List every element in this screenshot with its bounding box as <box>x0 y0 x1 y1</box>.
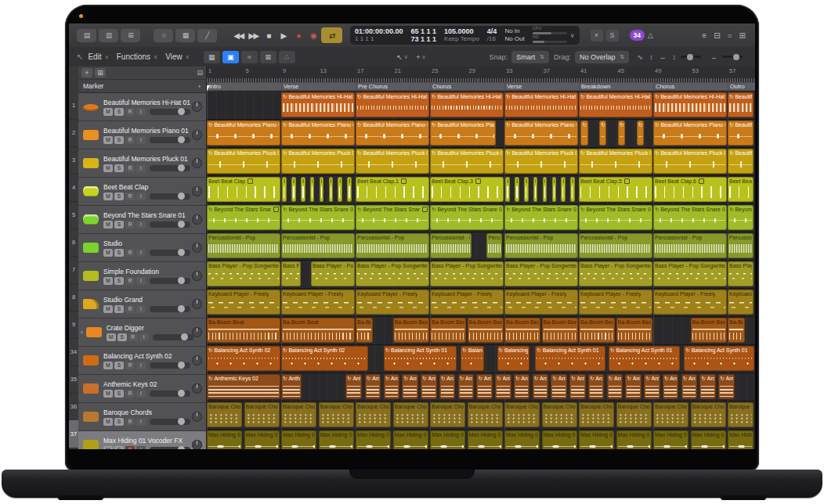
region[interactable]: ↻Balancing Act Synth 01 <box>497 346 529 371</box>
library-toggle-icon[interactable]: ▤ <box>77 29 96 42</box>
region[interactable]: ↻Be <box>637 121 644 146</box>
region[interactable]: Max Hiding 01 Vocoder FX <box>468 430 503 449</box>
region[interactable]: Ba-Boom Beat <box>281 318 355 343</box>
region[interactable]: ↻Beautiful Memories Pluck 02 <box>356 149 429 174</box>
solo-button[interactable]: S <box>114 277 124 285</box>
master-solo-button[interactable]: S <box>606 30 619 41</box>
mute-button[interactable]: M <box>103 193 113 200</box>
region[interactable]: ↻Beyond The Stars Snare 01.1 <box>281 205 355 230</box>
volume-knob[interactable] <box>178 390 185 397</box>
mute-button[interactable]: M <box>103 277 113 285</box>
solo-button[interactable]: S <box>114 390 124 398</box>
volume-knob[interactable] <box>181 333 188 340</box>
mute-button[interactable]: M <box>103 136 113 144</box>
region[interactable]: Beet Beat Clap.1 <box>356 177 429 202</box>
loop-browser-icon[interactable]: ○ <box>728 31 732 40</box>
region[interactable]: Ba-Boom Beat <box>207 318 280 343</box>
menu-functions[interactable]: Functions∨ <box>117 52 157 61</box>
track-header-8[interactable]: Studio GrandMSRI <box>78 290 206 319</box>
region[interactable]: Baroque Chords <box>728 402 754 427</box>
solo-button[interactable]: S <box>114 193 124 200</box>
region[interactable]: ↻Beautiful Memories Piano 02 <box>356 121 429 146</box>
region[interactable]: Ba-Boom Beat <box>728 318 745 343</box>
record-enable-button[interactable]: R <box>125 249 135 257</box>
region[interactable]: Baroque Chords <box>504 402 540 427</box>
pan-knob[interactable] <box>192 327 202 337</box>
stretch-icon[interactable]: ∴ <box>279 51 295 63</box>
global-add-icon[interactable]: + <box>197 83 201 90</box>
region[interactable]: B <box>329 177 334 202</box>
volume-slider[interactable] <box>150 391 190 397</box>
list-editors-icon[interactable]: ≡ <box>702 31 707 40</box>
master-mute-button[interactable]: × <box>591 30 603 41</box>
track-header-36[interactable]: Baroque ChordsMSRI <box>78 403 206 431</box>
region[interactable]: Keyboard Player - Freely <box>653 290 727 315</box>
region[interactable]: ↻Anthemic Keys 02 <box>625 374 641 399</box>
mute-button[interactable]: M <box>103 249 113 257</box>
input-monitor-button[interactable]: I <box>136 277 146 285</box>
region[interactable]: ↻Beautiful Memories Hi-Hat 03.1 <box>281 92 355 117</box>
region[interactable]: B <box>347 177 352 202</box>
input-monitor-button[interactable]: I <box>136 221 146 229</box>
region[interactable]: ↻Beautiful Memories Piano 01.1 <box>281 121 355 146</box>
region[interactable]: Percussionist - Pop <box>356 233 429 258</box>
notification-badge[interactable]: 34 <box>630 30 645 41</box>
region[interactable]: B <box>533 177 538 202</box>
pan-knob[interactable] <box>192 355 202 365</box>
input-monitor-button[interactable]: I <box>139 333 149 341</box>
mute-button[interactable]: M <box>103 108 113 116</box>
region[interactable]: ↻Anthemic Keys 02 <box>439 374 455 399</box>
region[interactable]: ↻Balancing Act Synth 02 <box>207 346 280 371</box>
track-header-4[interactable]: Beet Beat ClapMSRI <box>78 178 206 206</box>
input-monitor-button[interactable]: I <box>136 390 146 398</box>
region[interactable]: B <box>338 177 342 202</box>
region[interactable]: ↻Beautiful Memories Piano 02.2 <box>504 121 578 146</box>
menu-view[interactable]: View∨ <box>165 52 190 61</box>
volume-slider[interactable] <box>150 278 190 284</box>
volume-slider[interactable] <box>153 334 193 340</box>
region[interactable]: Bass Player - Pop Songwriter <box>430 261 504 286</box>
input-monitor-button[interactable]: I <box>136 305 146 313</box>
region[interactable]: Baroque Chords <box>579 402 614 427</box>
lcd-chevron-icon[interactable]: ∨ <box>570 32 575 39</box>
record-enable-button[interactable]: R <box>125 418 135 426</box>
region[interactable]: ↻Beautiful Memories Hi-Hat 03.2 <box>653 92 727 117</box>
region[interactable]: Percussionist - Pop <box>486 233 502 258</box>
pan-knob[interactable] <box>192 186 202 196</box>
mute-button[interactable]: M <box>107 333 116 341</box>
solo-button[interactable]: S <box>117 333 127 341</box>
region[interactable]: ↻Anthemic Keys 02 <box>699 374 715 399</box>
region[interactable]: Ba-Boom Beat <box>430 318 466 343</box>
volume-slider[interactable] <box>150 447 190 450</box>
region[interactable]: Max Hiding 01 Vocoder FX <box>319 430 354 449</box>
region[interactable]: Max Hiding 01 Vocoder FX <box>207 430 242 449</box>
solo-button[interactable]: S <box>114 305 124 313</box>
marker-chorus[interactable]: Chorus <box>653 82 729 91</box>
track-header-37[interactable]: Max Hiding 01 Vocoder FXMSRI <box>78 431 206 449</box>
region[interactable]: Keyboard Player - Freely <box>728 290 754 315</box>
region[interactable]: ↻Anthemic Keys 02 <box>476 374 492 399</box>
note-pads-icon[interactable]: ⊟ <box>714 31 720 40</box>
automation-icon[interactable]: ≈ <box>241 51 258 63</box>
region[interactable]: Max Hiding 01 Vocoder FX <box>579 430 614 449</box>
region[interactable]: ↻Beautiful Memories Pluck 02.3 <box>579 149 652 174</box>
region[interactable]: Baroque Chords <box>468 402 503 427</box>
region[interactable]: ↻Beautiful Memories Pluck 02.2 <box>504 149 578 174</box>
pan-knob[interactable] <box>192 440 202 449</box>
toolbar-toggle-icon[interactable]: ⊞ <box>121 29 140 42</box>
record-enable-button[interactable]: R <box>125 446 135 450</box>
region[interactable]: ↻Balancing Act Synth 01 <box>535 346 605 371</box>
grid-view-icon[interactable]: ▦ <box>204 51 220 63</box>
region[interactable]: ↻Anthemic Keys 02 <box>551 374 566 399</box>
track-header-6[interactable]: StudioMSRI <box>78 234 206 262</box>
record-enable-button[interactable]: R <box>125 193 135 200</box>
region[interactable]: Keyboard Player - Freely <box>356 290 429 315</box>
mute-button[interactable]: M <box>103 362 113 369</box>
region[interactable]: Max Hiding 01 Vocoder FX <box>356 430 391 449</box>
region[interactable]: ↻Beyond The Stars Snare 01 <box>207 205 280 230</box>
region[interactable]: ↻Anthemic Keys 02 <box>345 374 362 399</box>
solo-button[interactable]: S <box>114 249 124 257</box>
input-monitor-button[interactable]: I <box>136 193 146 200</box>
region[interactable]: ↻Beautiful Memories Hi-Hat 02.3 <box>579 92 652 117</box>
rewind-button[interactable]: ◀◀ <box>232 27 245 43</box>
